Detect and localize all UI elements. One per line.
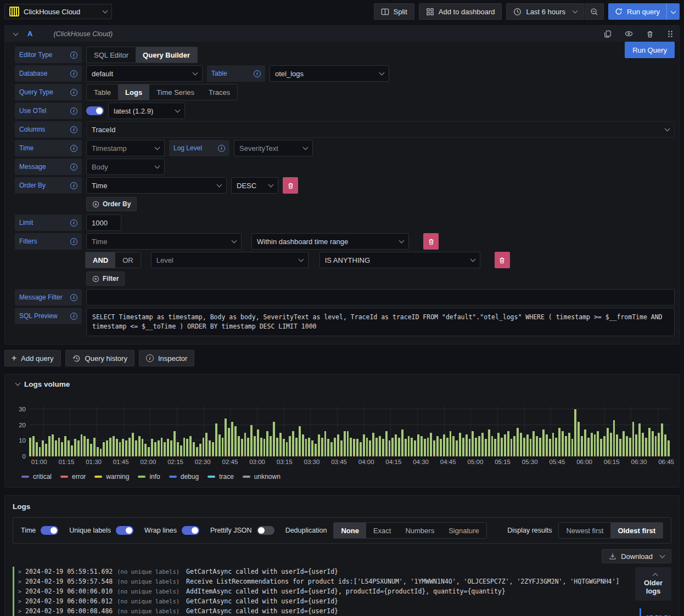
inspector-button[interactable]: i Inspector (139, 350, 194, 366)
logs-volume-chart: 0102030 (9, 406, 670, 456)
older-logs-button[interactable]: Older logs (635, 567, 671, 601)
add-to-dashboard-button[interactable]: Add to dashboard (419, 3, 502, 20)
hide-response-eye-icon[interactable] (625, 30, 633, 38)
database-select[interactable]: default (86, 65, 203, 82)
field-label-limit: Limiti (15, 214, 82, 231)
legend-item-warning[interactable]: warning (94, 473, 129, 481)
query-row-header[interactable]: A (ClickHouse Cloud) (5, 26, 679, 42)
filter-operator-select[interactable]: Within dashboard time range (251, 233, 409, 250)
unique-labels-toggle[interactable] (116, 526, 133, 535)
expand-row-icon[interactable]: > (18, 579, 21, 585)
query-type-logs[interactable]: Logs (118, 84, 149, 100)
duplicate-query-icon[interactable] (604, 30, 612, 38)
x-tick-label: 05:45 (550, 459, 565, 465)
editor-type-query-builder[interactable]: Query Builder (136, 47, 197, 63)
remove-order-by-button[interactable] (283, 177, 298, 194)
info-icon[interactable]: i (70, 89, 77, 96)
info-icon[interactable]: i (70, 108, 77, 115)
bar (52, 434, 54, 456)
table-select[interactable]: otel_logs (270, 65, 389, 82)
query-type-time-series[interactable]: Time Series (149, 84, 201, 100)
zoom-out-button[interactable] (585, 3, 604, 20)
wrap-lines-toggle[interactable] (182, 526, 199, 535)
remove-filter2-button[interactable] (495, 252, 510, 268)
log-message: GetCartAsync called with userId={userId} (186, 597, 338, 605)
log-row[interactable]: >2024-02-19 06:00:06.012(no unique label… (13, 596, 679, 606)
x-tick-label: 01:00 (31, 459, 47, 465)
log-row[interactable]: >2024-02-19 06:00:06.010(no unique label… (13, 586, 679, 596)
info-icon[interactable]: i (70, 126, 77, 133)
legend-item-trace[interactable]: trace (208, 473, 234, 481)
limit-input[interactable] (86, 214, 121, 231)
logs-volume-header[interactable]: Logs volume (5, 375, 679, 392)
prettify-json-toggle[interactable] (257, 526, 274, 535)
add-query-button[interactable]: + Add query (4, 350, 61, 366)
message-filter-input[interactable] (86, 289, 675, 306)
filter2-operator-select[interactable]: IS ANYTHING (319, 252, 480, 268)
log-row[interactable]: >2024-02-19 06:00:08.486(no unique label… (13, 606, 679, 616)
bar (591, 433, 593, 456)
info-icon[interactable]: i (70, 294, 77, 301)
info-icon[interactable]: i (70, 182, 77, 189)
log-level-column-select[interactable]: SeverityText (234, 140, 313, 156)
add-filter-button[interactable]: Filter (86, 272, 125, 286)
info-icon[interactable]: i (254, 70, 261, 77)
datasource-picker[interactable]: ClickHouse Cloud (4, 4, 112, 19)
info-icon[interactable]: i (70, 313, 77, 320)
query-type-table[interactable]: Table (87, 84, 118, 100)
expand-row-icon[interactable]: > (18, 569, 21, 575)
run-query-panel-button[interactable]: Run Query (625, 42, 675, 58)
columns-multiselect[interactable]: TraceId (86, 121, 675, 138)
query-history-button[interactable]: Query history (65, 350, 134, 366)
filter2-field-select[interactable]: Level (151, 252, 309, 268)
order-direction-select[interactable]: DESC (231, 177, 278, 194)
otel-version-select[interactable]: latest (1.2.9) (108, 103, 185, 119)
editor-type-sql-editor[interactable]: SQL Editor (87, 47, 136, 63)
display-oldest-first[interactable]: Oldest first (610, 523, 663, 538)
dedup-signature[interactable]: Signature (441, 523, 486, 538)
run-query-options[interactable] (666, 3, 680, 20)
log-row[interactable]: >2024-02-19 05:59:57.548(no unique label… (13, 577, 679, 586)
expand-row-icon[interactable]: > (18, 608, 21, 614)
collapse-chevron-icon[interactable] (13, 30, 19, 36)
info-icon[interactable]: i (70, 219, 77, 227)
info-icon[interactable]: i (70, 238, 77, 245)
legend-item-debug[interactable]: debug (169, 473, 199, 481)
bar (507, 431, 509, 456)
filter-field-select[interactable]: Time (86, 233, 242, 250)
expand-row-icon[interactable]: > (18, 589, 21, 595)
use-otel-toggle[interactable] (86, 106, 104, 115)
drag-handle-icon[interactable] (667, 30, 674, 38)
dedup-numbers[interactable]: Numbers (398, 523, 441, 538)
dedup-none[interactable]: None (334, 523, 366, 538)
query-type-traces[interactable]: Traces (201, 84, 237, 100)
condition-or[interactable]: OR (115, 252, 141, 268)
condition-and[interactable]: AND (86, 252, 115, 268)
download-button[interactable]: Download (602, 549, 671, 563)
legend-item-critical[interactable]: critical (21, 473, 52, 481)
message-column-select[interactable]: Body (86, 159, 165, 175)
run-query-button[interactable]: Run query (608, 3, 680, 20)
info-icon[interactable]: i (70, 52, 77, 59)
display-newest-first[interactable]: Newest first (559, 523, 610, 538)
info-icon[interactable]: i (70, 163, 77, 171)
remove-query-trash-icon[interactable] (646, 30, 654, 38)
split-button[interactable]: Split (374, 3, 414, 20)
expand-row-icon[interactable]: > (18, 598, 21, 604)
info-icon[interactable]: i (218, 145, 225, 152)
time-range-picker[interactable]: Last 6 hours (506, 3, 584, 20)
log-row[interactable]: >2024-02-19 05:59:51.692(no unique label… (13, 567, 679, 577)
legend-item-unknown[interactable]: unknown (243, 473, 281, 481)
info-icon[interactable]: i (70, 145, 77, 152)
time-toggle[interactable] (41, 526, 58, 535)
chart-plot-area[interactable] (29, 406, 670, 456)
dedup-exact[interactable]: Exact (366, 523, 399, 538)
order-by-column-select[interactable]: Time (86, 177, 227, 194)
add-order-by-button[interactable]: Order By (86, 197, 137, 211)
remove-filter-button[interactable] (423, 233, 439, 250)
legend-item-info[interactable]: info (138, 473, 160, 481)
info-icon[interactable]: i (70, 70, 77, 77)
legend-item-error[interactable]: error (60, 473, 86, 481)
collapse-chevron-icon[interactable] (15, 381, 21, 386)
time-column-select[interactable]: Timestamp (86, 140, 165, 156)
